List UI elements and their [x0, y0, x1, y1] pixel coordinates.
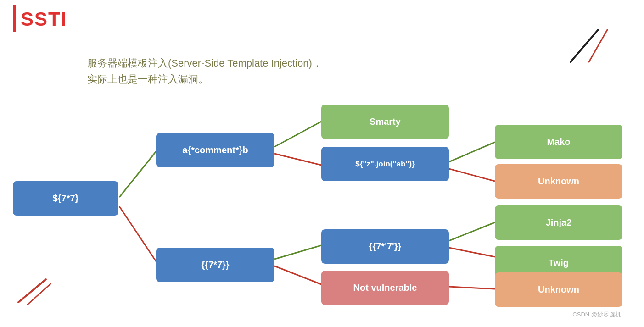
subtitle: 服务器端模板注入(Server-Side Template Injection)…: [87, 55, 322, 87]
svg-line-1: [589, 30, 607, 62]
node-dollar-expr: ${"z".join("ab")}: [321, 147, 449, 181]
node-root: ${7*7}: [13, 181, 118, 216]
node-branch-top: a{*comment*}b: [156, 133, 274, 167]
svg-line-13: [449, 248, 495, 257]
watermark: CSDN @妙尽璇机: [572, 310, 621, 319]
deco-lines-svg: [561, 28, 616, 64]
node-unknown2: Unknown: [495, 272, 622, 307]
svg-line-10: [274, 245, 321, 259]
node-not-vulnerable: Not vulnerable: [321, 271, 449, 305]
svg-line-6: [274, 122, 321, 147]
svg-line-5: [119, 206, 156, 261]
accent-bar: [13, 5, 16, 32]
svg-line-11: [274, 266, 321, 284]
svg-line-9: [449, 169, 495, 181]
node-jinja2: Jinja2: [495, 205, 622, 240]
svg-line-4: [119, 151, 156, 197]
node-unknown1: Unknown: [495, 164, 622, 199]
page-title: SSTI: [21, 8, 67, 30]
node-smarty: Smarty: [321, 105, 449, 139]
svg-line-7: [274, 154, 321, 165]
deco-top-right: [561, 28, 616, 66]
ssti-diagram: ${7*7} a{*comment*}b {{7*7}} Smarty ${"z…: [0, 92, 644, 312]
node-mako: Mako: [495, 125, 622, 159]
svg-line-0: [571, 30, 598, 62]
svg-line-14: [449, 287, 495, 289]
subtitle-line1: 服务器端模板注入(Server-Side Template Injection)…: [87, 55, 322, 71]
subtitle-line2: 实际上也是一种注入漏洞。: [87, 71, 322, 87]
svg-line-8: [449, 142, 495, 162]
svg-line-12: [449, 222, 495, 241]
node-double-expr: {{7*'7'}}: [321, 229, 449, 264]
node-branch-bottom: {{7*7}}: [156, 248, 274, 282]
